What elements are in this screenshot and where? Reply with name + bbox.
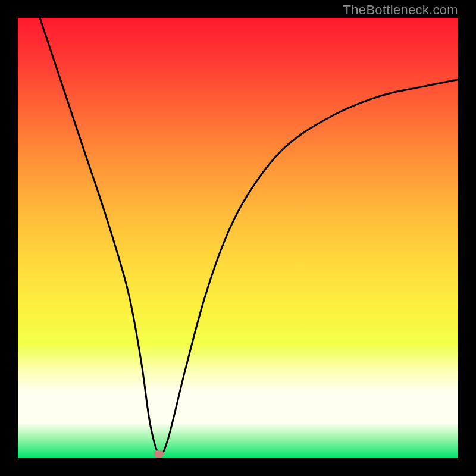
watermark-text: TheBottleneck.com [343, 2, 458, 18]
plot-area [18, 18, 458, 458]
optimal-point-marker [154, 450, 164, 458]
bottleneck-curve [40, 18, 458, 455]
chart-svg [18, 18, 458, 458]
